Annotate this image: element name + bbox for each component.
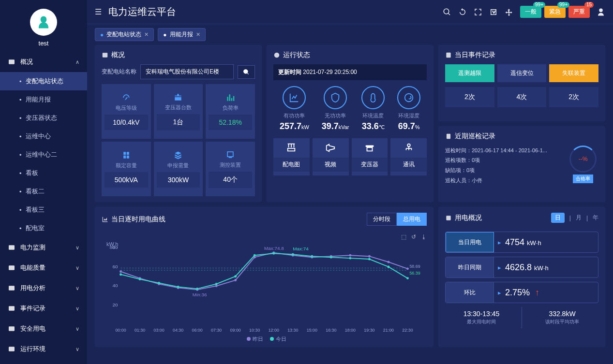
update-time-bar: 更新时间 2021-07-29 20:25:00 [273,64,427,80]
nav-item[interactable]: 看板三 [0,201,87,219]
nav-item[interactable]: 配电室 [0,219,87,237]
nav-item[interactable]: 运维中心 [0,127,87,146]
alert-一般[interactable]: 一般99+ [520,6,541,18]
nav-item[interactable]: 用能月报 [0,90,87,109]
runtime-button[interactable]: 配电图 [273,138,310,175]
overview-card: 电压等级10/0.4kV [102,84,151,139]
svg-text:09:00: 09:00 [230,328,241,333]
search-icon[interactable] [443,8,451,16]
nav-group-6[interactable]: 运行环境∨ [0,339,87,359]
page-tab[interactable]: ● 用能月报 ✕ [158,28,205,41]
event-tab[interactable]: 失联装置 [549,64,598,82]
nav-group-3[interactable]: 用电分析∨ [0,278,87,298]
station-label: 变配电站名称 [102,68,136,76]
runtime-gauge: 有功功率257.7kW [280,86,309,131]
svg-rect-1 [9,245,15,249]
svg-text:13:30: 13:30 [287,328,298,333]
alert-紧急[interactable]: 紧急99+ [544,6,566,18]
nav-item[interactable]: 变配电站状态 [0,72,87,90]
runtime-title: 运行状态 [283,51,310,59]
nav-item[interactable]: 看板 [0,164,87,182]
refresh-icon[interactable] [458,8,467,16]
menu-toggle-icon[interactable]: ☰ [95,7,102,16]
svg-text:18:00: 18:00 [345,328,356,333]
peak-power: 332.8kW 该时段平均功率 [526,307,598,328]
period-month[interactable]: 月 [576,214,582,222]
inspection-icon [445,133,452,140]
usage-card[interactable]: 昨日同期▸4626.8 kW·h [445,257,598,278]
avatar[interactable] [30,9,57,36]
nav-group-4[interactable]: 事件记录∨ [0,298,87,319]
usage-card[interactable]: 环比▸2.75% ↑ [445,282,598,303]
language-icon[interactable] [489,8,498,16]
events-title: 当日事件记录 [455,51,495,59]
nav-item[interactable]: 运维中心二 [0,146,87,164]
nav-item[interactable]: 看板二 [0,182,87,201]
event-count: 4次 [497,87,547,107]
chart-icon [102,216,108,223]
period-year[interactable]: 年 [593,214,598,222]
svg-rect-6 [9,347,15,351]
nav-item[interactable]: 变压器状态 [0,109,87,127]
overview-card: 测控装置40个 [206,142,255,196]
svg-text:12:00: 12:00 [269,328,279,333]
close-icon[interactable]: ✕ [144,31,149,38]
event-count: 2次 [445,87,494,107]
event-tab[interactable]: 遥信变位 [497,64,547,82]
svg-text:00:00: 00:00 [115,328,126,333]
theme-icon[interactable] [505,8,513,16]
svg-point-55 [177,286,179,288]
tool-data-icon[interactable]: ⬚ [401,233,406,240]
seg-hourly[interactable]: 分时段 [367,213,397,226]
svg-text:58.69: 58.69 [409,264,420,269]
runtime-button[interactable]: 变压器 [352,138,388,175]
user-icon[interactable] [597,8,605,16]
svg-point-62 [311,255,313,258]
svg-rect-4 [9,306,15,310]
runtime-button[interactable]: 通讯 [390,138,427,175]
usage-panel: 用电概况 日| 月| 年 当日用电▸4754 kW·h昨日同期▸4626.8 k… [438,207,605,347]
runtime-gauge: 无功功率39.7kVar [322,86,349,131]
fullscreen-icon[interactable] [474,8,482,16]
pass-rate-ring: --% [569,146,597,173]
period-day[interactable]: 日 [551,213,565,223]
alert-严重[interactable]: 严重15 [568,6,590,18]
svg-rect-71 [446,216,450,220]
svg-text:56.39: 56.39 [409,271,420,276]
topbar: ☰ 电力运维云平台 一般99+紧急99+严重15 [87,0,613,24]
svg-text:01:30: 01:30 [135,328,145,333]
tool-refresh-icon[interactable]: ↺ [411,233,416,240]
nav-group-5[interactable]: 安全用电∨ [0,319,87,339]
svg-point-63 [330,256,332,259]
tool-download-icon[interactable]: ⭳ [421,233,427,240]
usage-card[interactable]: 当日用电▸4754 kW·h [445,232,598,253]
overview-icon [102,52,108,58]
svg-rect-0 [9,59,15,64]
svg-point-8 [274,53,280,58]
svg-text:07:30: 07:30 [211,328,222,333]
svg-point-53 [139,278,141,280]
inspection-title: 近期巡检记录 [455,132,495,141]
nav-group-2[interactable]: 电能质量∨ [0,258,87,278]
usage-title: 用电概况 [455,214,482,222]
username: test [0,40,87,47]
events-icon [445,52,452,58]
nav-group-1[interactable]: 电力监测∨ [0,237,87,258]
station-search-button[interactable] [238,65,255,79]
svg-point-58 [234,275,237,277]
station-select[interactable]: 安科瑞电气股份有限公司E楼 [140,64,234,79]
close-icon[interactable]: ✕ [196,31,200,38]
runtime-button[interactable]: 视频 [313,138,349,175]
event-tab[interactable]: 遥测越限 [445,64,494,82]
nav-group-0[interactable]: 概况∧ [0,52,87,72]
svg-point-49 [368,255,371,258]
svg-point-51 [406,267,409,270]
page-tab[interactable]: ● 变配电站状态 ✕ [95,28,154,41]
event-count: 2次 [549,87,598,107]
inspection-gauge: --% 合格率 [568,146,598,186]
overview-title: 概况 [111,51,125,59]
overview-card: 额定容量500kVA [102,142,151,196]
chart-y-label: kW.h [106,241,118,247]
svg-point-60 [272,252,275,255]
seg-total[interactable]: 总用电 [397,213,427,226]
